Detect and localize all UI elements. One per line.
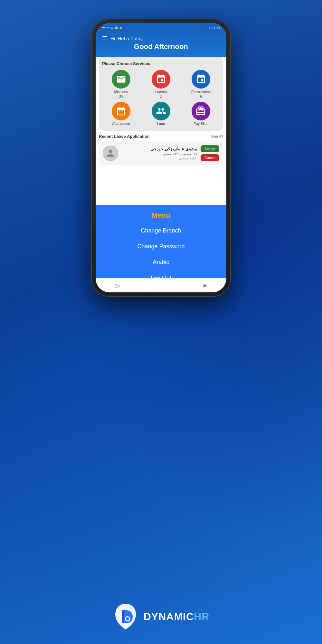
battery-icon: ▪▪▪ bbox=[102, 26, 105, 29]
loan-icon-circle bbox=[152, 102, 170, 120]
missions-count: 33 bbox=[119, 94, 123, 99]
permissions-icon-circle bbox=[192, 70, 210, 89]
permissions-icon bbox=[196, 74, 206, 84]
call-icon: 📞 bbox=[204, 26, 207, 29]
leave-info: بيشوى عاطف زكى جورجى ٢١ ديسمبر - ٢١ ديسم… bbox=[121, 147, 197, 160]
signal-icon: ▪▪▪ bbox=[107, 26, 110, 29]
leave-avatar bbox=[103, 146, 118, 161]
menu-title: Menu bbox=[96, 211, 226, 220]
permissions-label: Permissions bbox=[191, 90, 211, 94]
leaves-icon-circle bbox=[152, 70, 170, 89]
services-title: Please Choose Services bbox=[102, 61, 220, 66]
leave-date-range: ٢١ ديسمبر - ٢١ ديسمبر bbox=[121, 152, 197, 156]
greeting-main: Good Afternoon bbox=[102, 43, 220, 51]
recent-header: Recent Leave Application See All bbox=[99, 134, 223, 139]
service-permissions[interactable]: Permissions 6 bbox=[182, 70, 220, 99]
status-right: 📞 ♪ ♪ ٢:٣٩ bbox=[204, 26, 220, 29]
brand-section: DYNAMICHR bbox=[0, 602, 322, 631]
menu-arabic[interactable]: Arabic bbox=[96, 254, 226, 270]
service-missions[interactable]: Missions 33 bbox=[102, 70, 140, 99]
status-left: ▪▪▪ ▪▪▪ ⊙ 🔔 ⊛ bbox=[102, 26, 122, 29]
leaves-count: 1 bbox=[160, 94, 162, 99]
leave-actions: Accept Cancel bbox=[201, 145, 219, 161]
recent-title: Recent Leave Application bbox=[99, 134, 150, 139]
alarm-icon: ⊛ bbox=[119, 26, 122, 29]
status-bar: ▪▪▪ ▪▪▪ ⊙ 🔔 ⊛ 📞 ♪ ♪ ٢:٣٩ bbox=[96, 23, 226, 32]
permissions-count: 6 bbox=[200, 94, 202, 99]
hamburger-menu[interactable]: ☰ bbox=[102, 35, 107, 41]
leave-person-name: بيشوى عاطف زكى جورجى bbox=[121, 147, 197, 151]
payslips-label: Pay Slips bbox=[194, 122, 208, 126]
brand-dynamic: DYNAMIC bbox=[144, 611, 194, 622]
brand-name: DYNAMICHR bbox=[144, 611, 210, 623]
notification-icon: 🔔 bbox=[115, 26, 118, 29]
attendance-icon bbox=[116, 106, 126, 116]
tiktok-icon: ♪ bbox=[212, 26, 213, 29]
service-leaves[interactable]: Leaves 1 bbox=[142, 70, 180, 99]
payslips-icon bbox=[196, 106, 206, 116]
avatar-icon bbox=[106, 149, 115, 158]
leaves-label: Leaves bbox=[155, 90, 166, 94]
leaves-icon bbox=[156, 74, 166, 84]
missions-icon bbox=[116, 74, 126, 84]
services-grid: Missions 33 Leaves 1 bbox=[102, 70, 220, 126]
cancel-button[interactable]: Cancel bbox=[201, 154, 219, 161]
leave-type: اجازة مرضى bbox=[121, 156, 197, 160]
phone-device: ▪▪▪ ▪▪▪ ⊙ 🔔 ⊛ 📞 ♪ ♪ ٢:٣٩ ☰ Hi, Heba Fath bbox=[92, 19, 230, 296]
menu-change-password[interactable]: Change Password bbox=[96, 239, 226, 254]
bottom-nav: ▷ □ ≡ bbox=[96, 278, 226, 292]
service-loan[interactable]: Loan bbox=[142, 102, 180, 126]
leave-card: بيشوى عاطف زكى جورجى ٢١ ديسمبر - ٢١ ديسم… bbox=[99, 141, 223, 165]
app-header: ☰ Hi, Heba Fathy Good Afternoon bbox=[96, 32, 226, 57]
time-display: ٢:٣٩ bbox=[214, 26, 220, 29]
see-all-button[interactable]: See All bbox=[211, 134, 223, 139]
nav-back-icon[interactable]: ▷ bbox=[116, 282, 120, 289]
recent-leave-section: Recent Leave Application See All بيشوى ع… bbox=[99, 134, 223, 165]
service-attendance[interactable]: Attandance bbox=[102, 102, 140, 126]
loan-icon bbox=[156, 106, 166, 116]
nav-home-icon[interactable]: □ bbox=[160, 282, 163, 289]
missions-icon-circle bbox=[112, 70, 130, 89]
svg-point-1 bbox=[126, 617, 129, 620]
wifi-icon: ⊙ bbox=[111, 26, 113, 29]
missions-label: Missions bbox=[114, 90, 128, 94]
accept-button[interactable]: Accept bbox=[201, 145, 219, 152]
attendance-label: Attandance bbox=[112, 122, 130, 126]
brand-logo-icon bbox=[113, 602, 138, 631]
menu-change-branch[interactable]: Change Branch bbox=[96, 223, 226, 239]
brand-hr: HR bbox=[194, 611, 209, 622]
brand-logo-container: DYNAMICHR bbox=[113, 602, 210, 631]
services-card: Please Choose Services Missions 33 bbox=[99, 57, 223, 131]
service-payslips[interactable]: Pay Slips bbox=[182, 102, 220, 126]
attendance-icon-circle bbox=[112, 102, 130, 120]
loan-label: Loan bbox=[157, 122, 165, 126]
music-icon: ♪ bbox=[209, 26, 210, 29]
payslips-icon-circle bbox=[192, 102, 210, 120]
nav-menu-icon[interactable]: ≡ bbox=[203, 282, 207, 289]
greeting-hi: Hi, Heba Fathy bbox=[110, 36, 143, 41]
